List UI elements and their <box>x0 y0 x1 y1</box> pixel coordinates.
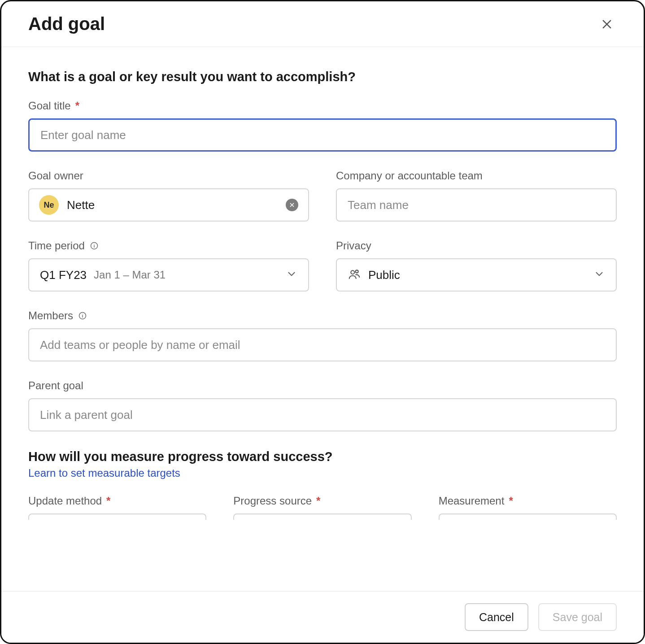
add-goal-modal: Add goal What is a goal or key result yo… <box>0 0 645 644</box>
team-field: Company or accountable team <box>336 170 617 222</box>
progress-source-field: Progress source * <box>233 495 411 520</box>
close-button[interactable] <box>597 14 617 34</box>
members-field: Members <box>28 309 617 361</box>
save-goal-button[interactable]: Save goal <box>538 603 617 631</box>
people-icon <box>348 267 361 283</box>
parent-goal-input[interactable] <box>28 398 617 431</box>
team-input[interactable] <box>336 188 617 222</box>
time-period-value: Q1 FY23 <box>40 268 87 282</box>
update-method-label: Update method * <box>28 495 206 507</box>
members-input[interactable] <box>28 328 617 361</box>
chevron-down-icon <box>593 268 605 282</box>
measurement-label: Measurement * <box>439 495 617 507</box>
learn-targets-link[interactable]: Learn to set measurable targets <box>28 467 180 479</box>
required-asterisk: * <box>75 100 79 112</box>
avatar: Ne <box>39 195 59 215</box>
required-asterisk: * <box>316 495 320 507</box>
goal-title-label: Goal title * <box>28 100 617 112</box>
svg-point-11 <box>82 314 83 314</box>
time-period-label: Time period <box>28 239 309 252</box>
info-icon[interactable] <box>89 241 99 251</box>
update-method-select[interactable] <box>28 513 206 520</box>
goal-owner-label: Goal owner <box>28 170 309 182</box>
goal-title-field: Goal title * <box>28 100 617 152</box>
close-icon <box>601 18 613 30</box>
chevron-down-icon <box>286 268 297 282</box>
modal-footer: Cancel Save goal <box>1 591 644 643</box>
privacy-field: Privacy Public <box>336 239 617 292</box>
info-icon[interactable] <box>78 311 87 321</box>
measurement-field: Measurement * <box>439 495 617 520</box>
members-label: Members <box>28 309 617 322</box>
svg-point-6 <box>94 244 94 244</box>
time-period-range: Jan 1 – Mar 31 <box>94 269 166 281</box>
parent-goal-field: Parent goal <box>28 379 617 431</box>
parent-goal-label: Parent goal <box>28 379 617 392</box>
svg-point-8 <box>356 270 358 273</box>
privacy-label: Privacy <box>336 239 617 252</box>
privacy-value: Public <box>368 268 400 282</box>
privacy-select[interactable]: Public <box>336 258 617 292</box>
section-heading-measure: How will you measure progress toward suc… <box>28 449 617 464</box>
update-method-field: Update method * <box>28 495 206 520</box>
modal-title: Add goal <box>28 14 105 34</box>
owner-name: Nette <box>67 198 278 212</box>
team-label: Company or accountable team <box>336 170 617 182</box>
modal-header: Add goal <box>1 1 644 47</box>
required-asterisk: * <box>509 495 513 507</box>
section-heading-goal: What is a goal or key result you want to… <box>28 70 617 84</box>
goal-owner-input[interactable]: Ne Nette <box>28 188 309 222</box>
clear-icon <box>289 202 295 208</box>
progress-source-select[interactable] <box>233 513 411 520</box>
clear-owner-button[interactable] <box>286 199 298 211</box>
goal-title-input[interactable] <box>28 118 617 152</box>
measurement-select[interactable] <box>439 513 617 520</box>
progress-source-label: Progress source * <box>233 495 411 507</box>
cancel-button[interactable]: Cancel <box>465 603 528 631</box>
time-period-field: Time period Q1 FY23 Jan 1 – Mar 31 <box>28 239 309 292</box>
time-period-select[interactable]: Q1 FY23 Jan 1 – Mar 31 <box>28 258 309 292</box>
modal-body[interactable]: What is a goal or key result you want to… <box>1 47 644 591</box>
required-asterisk: * <box>106 495 110 507</box>
goal-owner-field: Goal owner Ne Nette <box>28 170 309 222</box>
svg-point-7 <box>351 270 354 274</box>
